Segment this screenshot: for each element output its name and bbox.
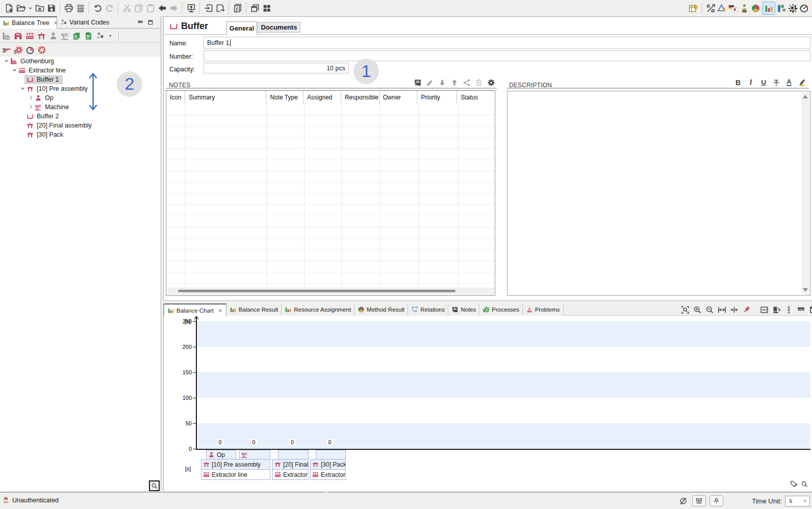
tab-resource-assignment[interactable]: Resource Assignment [282, 303, 354, 316]
save-button[interactable] [46, 4, 56, 13]
column-header-responsible[interactable]: Responsible [341, 91, 379, 104]
tab-problems[interactable]: Problems [523, 303, 564, 316]
print-list-button[interactable] [75, 4, 85, 13]
notes-horizontal-scrollbar[interactable] [167, 288, 494, 295]
tree-item--30-pack[interactable]: [30] Pack [0, 130, 161, 139]
column-header-summary[interactable]: Summary [185, 91, 266, 104]
pin-button[interactable] [742, 305, 751, 314]
chart-line-label[interactable]: Extractor line [201, 469, 270, 480]
grid-button[interactable] [262, 4, 271, 13]
tab-relations[interactable]: Relations [408, 303, 448, 316]
add-note-button[interactable] [414, 79, 422, 87]
person-3d-button[interactable] [740, 4, 749, 13]
tab-balance-tree[interactable]: Balance Tree [0, 16, 57, 29]
pin-button[interactable] [709, 495, 723, 506]
chart-resource-label[interactable] [278, 450, 309, 460]
tab-documents[interactable]: Documents [258, 22, 300, 33]
cut-button[interactable] [122, 4, 132, 13]
chart-resource-label[interactable] [239, 450, 270, 460]
highlight-button[interactable] [798, 79, 806, 87]
pie-chart-button[interactable] [751, 4, 760, 13]
column-header-priority[interactable]: Priority [417, 91, 457, 104]
aperture-button[interactable] [37, 46, 46, 55]
person-button[interactable] [49, 32, 58, 40]
zoom-selection-button[interactable] [681, 305, 690, 314]
dropdown-caret[interactable] [108, 32, 113, 40]
tab-variant-codes[interactable]: Variant Codes [58, 16, 112, 29]
gauge-button[interactable] [799, 4, 809, 13]
caret-down-button[interactable] [28, 4, 33, 13]
chart-line-label[interactable]: Extractor line [272, 469, 309, 480]
sync-disabled-icon[interactable] [679, 497, 688, 505]
maximize-button[interactable] [809, 305, 812, 314]
tree-item-buffer-2[interactable]: Buffer 2 [0, 112, 161, 121]
name-input[interactable]: Buffer 1 [204, 37, 810, 49]
trash-button[interactable] [475, 79, 483, 87]
back-arrow-button[interactable] [157, 4, 167, 13]
new-document-button[interactable] [4, 4, 14, 13]
scroll-down-icon[interactable] [803, 288, 808, 292]
tab-balance-result[interactable]: Balance Result [226, 303, 282, 316]
chart-station-label[interactable]: [30] Pack [310, 459, 346, 470]
workstation-button[interactable] [37, 32, 46, 40]
capacity-input[interactable]: 10 pcs [204, 63, 349, 73]
table-star-button[interactable] [689, 4, 698, 13]
close-icon[interactable] [218, 308, 223, 313]
share-diagonal-button[interactable] [706, 4, 716, 13]
doc-button[interactable] [84, 32, 93, 40]
column-header-status[interactable]: Status [457, 91, 495, 104]
chart-station-label[interactable]: [10] Pre assembly [201, 459, 270, 470]
panel-import-button[interactable] [760, 305, 769, 314]
description-textarea[interactable] [507, 91, 810, 296]
bold-button[interactable]: B [734, 79, 742, 87]
tab-method-result[interactable]: Method Result [354, 303, 408, 316]
description-scrollbar[interactable] [801, 92, 809, 295]
tree-item-gothenburg[interactable]: Gothenburg [0, 57, 161, 66]
number-input[interactable] [204, 50, 810, 61]
windows-button[interactable] [250, 4, 260, 13]
column-header-note-type[interactable]: Note Type [266, 91, 303, 104]
chart-line-label[interactable]: Extractor line [310, 469, 346, 480]
column-header-owner[interactable]: Owner [379, 91, 418, 104]
export-button[interactable] [215, 4, 225, 13]
zoom-out-button[interactable] [705, 305, 714, 314]
chart-resource-label[interactable] [316, 450, 346, 460]
share-nodes-button[interactable] [463, 79, 471, 87]
close-folder-button[interactable] [35, 4, 44, 13]
fit-width-button[interactable] [718, 305, 726, 314]
italic-button[interactable]: I [747, 79, 755, 87]
import-button[interactable] [204, 4, 213, 13]
tree-item-machine[interactable]: Machine [0, 103, 161, 112]
forward-arrow-button[interactable] [169, 4, 179, 13]
clock-quarter-button[interactable] [26, 46, 34, 55]
time-unit-select[interactable]: s [785, 496, 810, 506]
strikethrough-button[interactable] [772, 79, 780, 87]
page-preview-button[interactable] [772, 305, 781, 314]
tags-button[interactable] [790, 480, 798, 488]
publish-button[interactable] [186, 4, 196, 13]
pencil-button[interactable] [426, 79, 434, 87]
gear-button[interactable] [487, 79, 495, 87]
paste-button[interactable] [145, 4, 155, 13]
print-button[interactable] [64, 4, 73, 13]
zoom-in-button[interactable] [693, 305, 702, 314]
warehouse-button[interactable] [14, 32, 22, 40]
arrow-down-solid-button[interactable] [438, 79, 446, 87]
maximize-panel-icon[interactable] [147, 19, 154, 26]
copy-button[interactable] [134, 4, 143, 13]
report-button[interactable] [233, 4, 242, 13]
flags-button[interactable] [728, 4, 738, 13]
variant-codes-button[interactable] [96, 32, 105, 40]
chart-station-label[interactable]: [20] Final assembly [272, 459, 309, 470]
machine-gray-button[interactable] [61, 32, 69, 40]
tab-balance-chart[interactable]: Balance Chart [164, 303, 226, 316]
chart-blocks-button[interactable] [777, 4, 786, 13]
balance-chart-button[interactable] [762, 2, 775, 15]
tab-processes[interactable]: Processes [479, 303, 523, 316]
scrollbar-thumb[interactable] [178, 290, 455, 292]
open-folder-button[interactable] [16, 4, 26, 13]
undo-button[interactable] [93, 4, 103, 13]
notes-table[interactable]: IconSummaryNote TypeAssignedResponsibleO… [166, 90, 495, 296]
archive-button[interactable] [692, 495, 706, 506]
arrow-up-solid-button[interactable] [450, 79, 459, 87]
